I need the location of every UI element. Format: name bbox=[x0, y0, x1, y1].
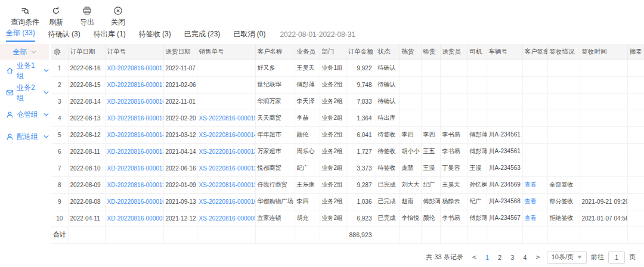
cell-sign_status: 全部签收 bbox=[547, 176, 580, 193]
cell-sales_no[interactable]: XS-20220816-000015 bbox=[197, 110, 255, 126]
chevron-down-icon bbox=[577, 256, 582, 259]
sidebar-filter-all[interactable]: 全部 bbox=[0, 44, 49, 60]
prev-page-button[interactable]: < bbox=[470, 253, 479, 261]
chevron-down-icon bbox=[44, 113, 49, 117]
sidebar-item-sales-group-1[interactable]: 业务1组 bbox=[0, 60, 49, 82]
cell-sales_no[interactable]: XS-20220816-000009 bbox=[197, 210, 255, 226]
refresh-icon bbox=[51, 5, 61, 16]
total-cell-checker bbox=[421, 226, 440, 243]
cell-order_no[interactable]: XD-20220816-000013 bbox=[105, 143, 163, 160]
cell-driver: 孙忆枫 bbox=[467, 176, 487, 193]
cell-order_no[interactable]: XD-20220816-000015 bbox=[105, 110, 163, 126]
cell-order_no[interactable]: XD-20220816-000017 bbox=[105, 60, 163, 76]
cell-sales_no[interactable]: XS-20220816-000011 bbox=[197, 176, 255, 193]
cell-deliverer: 王昊天 bbox=[440, 176, 467, 193]
cell-driver: 傅彭薄 bbox=[467, 126, 487, 143]
cell-vehicle: 川A-234563 bbox=[487, 160, 522, 176]
tab-all[interactable]: 全部 (33) bbox=[6, 28, 35, 42]
total-cell-signature bbox=[522, 226, 547, 243]
page-number-4[interactable]: 4 bbox=[521, 254, 529, 261]
table-row: 102022-04-11XD-20220816-0000092021-12-12… bbox=[51, 210, 644, 226]
cell-delivery_date: 2022-11-01 bbox=[163, 93, 197, 110]
cell-delivery_date: 2021-03-12 bbox=[163, 126, 197, 143]
cell-delivery_date: 2021-12-12 bbox=[163, 210, 197, 226]
close-button[interactable]: 关闭 bbox=[103, 5, 134, 27]
column-header-order_date: 订单日期 bbox=[68, 44, 105, 60]
cell-signature[interactable]: 查看 bbox=[522, 193, 547, 210]
refresh-icon bbox=[51, 6, 61, 15]
column-header-driver: 司机 bbox=[467, 44, 487, 60]
cell-order_no[interactable]: XD-20220816-000011 bbox=[105, 176, 163, 193]
next-page-button[interactable]: > bbox=[533, 253, 542, 261]
cell-sales_no[interactable]: XS-20220816-000014 bbox=[197, 126, 255, 143]
goto-page-input[interactable] bbox=[608, 251, 625, 264]
cell-order_date: 2022-08-11 bbox=[68, 143, 105, 160]
table-row: 12022-08-16XD-20220816-0000172022-11-07好… bbox=[51, 60, 644, 76]
cell-signature[interactable]: 查看 bbox=[522, 176, 547, 193]
tab-cancelled[interactable]: 已取消 (0) bbox=[233, 29, 265, 42]
cell-driver: 傅彭薄 bbox=[467, 210, 487, 226]
cell-order_no[interactable]: XD-20220816-000017 bbox=[105, 76, 163, 93]
table-row: 72022-08-10XD-20220816-0000122022-06-16X… bbox=[51, 160, 644, 176]
page-number-3[interactable]: 3 bbox=[508, 254, 516, 261]
content-area: 全部 业务1组 业务2组 仓管组 配送组 订单日期订单号送货日期销售单号客户名称… bbox=[0, 44, 644, 244]
tab-completed[interactable]: 已完成 (23) bbox=[184, 29, 221, 42]
cell-sales_no[interactable]: XS-20220816-000010 bbox=[197, 193, 255, 210]
printer-icon bbox=[82, 6, 92, 15]
cell-amount: 9,922 bbox=[346, 60, 376, 76]
cell-deliverer: 丁曼容 bbox=[440, 160, 467, 176]
cell-sales_no[interactable]: XS-20220816-000012 bbox=[197, 160, 255, 176]
cell-driver bbox=[467, 110, 487, 126]
gear-icon bbox=[53, 48, 61, 56]
total-cell-deliverer bbox=[440, 226, 467, 243]
cell-vehicle bbox=[487, 110, 522, 126]
sidebar-item-sales-group-2[interactable]: 业务2组 bbox=[0, 82, 49, 104]
goto-page-suffix: 页 bbox=[629, 253, 636, 262]
sidebar-item-warehouse-group[interactable]: 仓管组 bbox=[0, 104, 49, 126]
tab-pending-outbound[interactable]: 待出库 (1) bbox=[94, 29, 126, 42]
cell-summary bbox=[627, 193, 644, 210]
table-row: 42022-08-13XD-20220816-0000152022-02-20X… bbox=[51, 110, 644, 126]
cell-delivery_date: 2022-11-07 bbox=[163, 60, 197, 76]
column-header-vehicle: 车辆号 bbox=[487, 44, 522, 60]
cell-status: 已完成 bbox=[376, 193, 400, 210]
refresh-button[interactable]: 刷新 bbox=[41, 5, 72, 27]
cell-checker bbox=[421, 93, 440, 110]
tab-pending-sign[interactable]: 待签收 (3) bbox=[139, 29, 171, 42]
cell-vehicle: 川A-234561 bbox=[487, 126, 522, 143]
cell-signature[interactable]: 查看 bbox=[522, 210, 547, 226]
cell-sign_time bbox=[580, 160, 627, 176]
cell-rownum: 5 bbox=[51, 126, 68, 143]
sidebar-item-delivery-group[interactable]: 配送组 bbox=[0, 126, 49, 148]
cell-status: 待确认 bbox=[376, 60, 400, 76]
cell-order_date: 2022-08-16 bbox=[68, 60, 105, 76]
cell-deliverer: 李书易 bbox=[440, 143, 467, 160]
cell-vehicle: 川A-234568 bbox=[487, 193, 522, 210]
cell-signature bbox=[522, 143, 547, 160]
total-cell-amount: 886,923 bbox=[346, 226, 376, 243]
cell-order_date: 2022-08-09 bbox=[68, 176, 105, 193]
cell-order_no[interactable]: XD-20220816-000012 bbox=[105, 160, 163, 176]
page-size-select[interactable]: 10条/页 bbox=[547, 251, 587, 264]
search-filter-icon bbox=[20, 6, 30, 15]
search-filter-icon bbox=[20, 5, 30, 16]
cell-rownum: 8 bbox=[51, 176, 68, 193]
cell-order_no[interactable]: XD-20220816-000016 bbox=[105, 93, 163, 110]
cell-rownum: 6 bbox=[51, 143, 68, 160]
cell-order_no[interactable]: XD-20220816-000009 bbox=[105, 210, 163, 226]
page-number-2[interactable]: 2 bbox=[496, 254, 504, 261]
tab-pending-confirm[interactable]: 待确认 (3) bbox=[48, 29, 80, 42]
cell-salesperson: 王昊天 bbox=[295, 60, 320, 76]
page-number-1[interactable]: 1 bbox=[483, 254, 491, 261]
cell-order_no[interactable]: XD-20220816-000014 bbox=[105, 126, 163, 143]
query-conditions-button[interactable]: 查询条件 bbox=[10, 5, 41, 27]
column-settings-button[interactable] bbox=[51, 44, 68, 60]
close-button-label: 关闭 bbox=[111, 17, 125, 27]
cell-sign_time bbox=[580, 60, 627, 76]
cell-sales_no bbox=[197, 76, 255, 93]
cell-department: 业务2组 bbox=[320, 110, 346, 126]
export-button[interactable]: 导出 bbox=[72, 5, 103, 27]
cell-status: 待出库 bbox=[376, 110, 400, 126]
cell-sales_no[interactable]: XS-20220816-000013 bbox=[197, 143, 255, 160]
cell-order_no[interactable]: XD-20220816-000010 bbox=[105, 193, 163, 210]
